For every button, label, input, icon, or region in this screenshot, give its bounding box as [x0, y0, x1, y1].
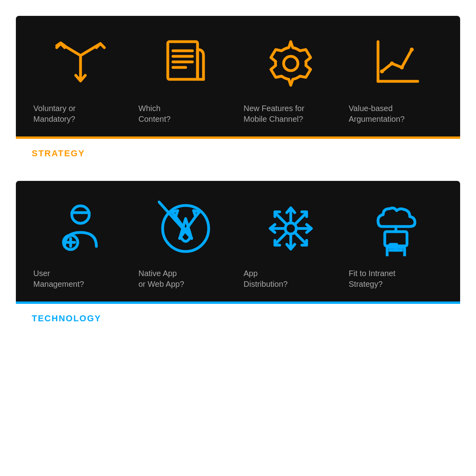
fork-arrows-cell: [32, 36, 129, 91]
technology-section-label: TECHNOLOGY: [32, 310, 444, 324]
chart-cell: [347, 36, 444, 91]
distribution-cell: [242, 201, 339, 256]
strategy-bottom: STRATEGY: [16, 139, 460, 165]
technology-label-grid: UserManagement? Native Appor Web App? Ap…: [32, 268, 444, 290]
gear-icon: [263, 36, 319, 91]
fork-arrows-icon: [53, 36, 108, 91]
user-plus-icon: [53, 201, 108, 256]
document-cell: [137, 36, 234, 91]
user-plus-cell: [32, 201, 129, 256]
strategy-section-label: STRATEGY: [32, 145, 444, 159]
technology-top: UserManagement? Native Appor Web App? Ap…: [16, 181, 460, 301]
distribution-icon: [263, 201, 319, 256]
technology-label-4: Fit to IntranetStrategy?: [347, 268, 444, 290]
strategy-label-1: Voluntary orMandatory?: [32, 103, 129, 125]
chart-icon: [368, 36, 424, 91]
strategy-section: Voluntary orMandatory? WhichContent? New…: [16, 16, 460, 165]
svg-point-15: [400, 65, 404, 69]
svg-line-32: [295, 213, 306, 225]
strategy-label-grid: Voluntary orMandatory? WhichContent? New…: [32, 103, 444, 125]
page-container: Voluntary orMandatory? WhichContent? New…: [0, 0, 476, 476]
strategy-icon-grid: [32, 36, 444, 91]
svg-rect-39: [387, 248, 405, 256]
gear-cell: [242, 36, 339, 91]
cloud-intranet-cell: [347, 201, 444, 256]
svg-line-35: [276, 232, 287, 244]
strategy-label-2: WhichContent?: [137, 103, 234, 125]
svg-point-17: [72, 206, 89, 223]
svg-point-16: [410, 48, 414, 52]
technology-label-1: UserManagement?: [32, 268, 129, 290]
svg-line-33: [276, 213, 287, 225]
technology-label-3: AppDistribution?: [242, 268, 339, 290]
design-tools-cell: [137, 201, 234, 256]
svg-point-13: [380, 69, 384, 73]
strategy-top: Voluntary orMandatory? WhichContent? New…: [16, 16, 460, 136]
svg-line-34: [295, 232, 306, 244]
design-tools-icon: [158, 201, 213, 256]
technology-label-2: Native Appor Web App?: [137, 268, 234, 290]
document-icon: [158, 36, 213, 91]
technology-icon-grid: [32, 201, 444, 256]
strategy-label-4: Value-basedArgumentation?: [347, 103, 444, 125]
svg-point-14: [390, 61, 394, 65]
technology-bottom: TECHNOLOGY: [16, 304, 460, 330]
svg-point-10: [284, 56, 298, 71]
cloud-intranet-icon: [368, 201, 424, 256]
strategy-label-3: New Features forMobile Channel?: [242, 103, 339, 125]
technology-section: UserManagement? Native Appor Web App? Ap…: [16, 181, 460, 330]
